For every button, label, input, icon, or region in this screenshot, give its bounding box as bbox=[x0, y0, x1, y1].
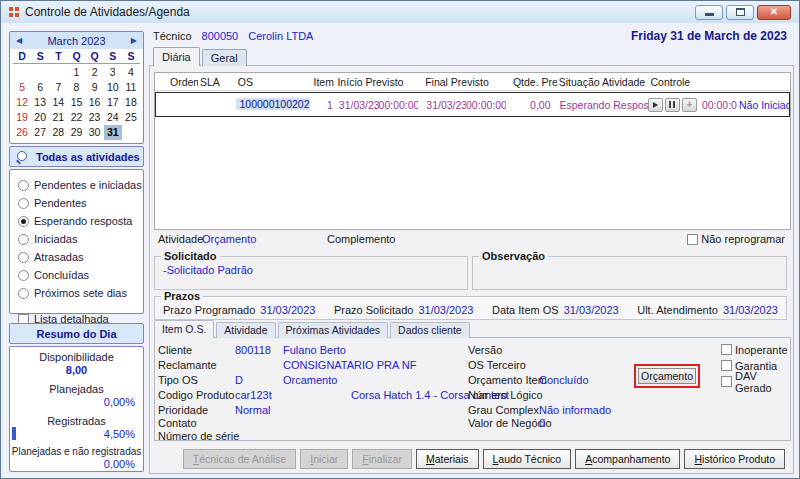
filter-proximos-sete-dias[interactable]: Próximos sete dias bbox=[18, 284, 143, 302]
calendar-next-icon[interactable]: ▶ bbox=[131, 37, 137, 45]
calendar-day[interactable]: 29 bbox=[67, 125, 85, 140]
calendar-day[interactable] bbox=[122, 125, 140, 140]
planejadas-label: Planejadas bbox=[10, 383, 143, 396]
calendar-day[interactable]: 9 bbox=[86, 80, 104, 95]
pause-icon bbox=[669, 101, 671, 108]
label-rest: niciar bbox=[313, 453, 338, 465]
calendar-day[interactable]: 28 bbox=[49, 125, 67, 140]
calendar-day[interactable]: 3 bbox=[104, 65, 122, 80]
close-button[interactable]: ✕ bbox=[757, 5, 791, 20]
tab-proximas-atividades[interactable]: Próximas Atividades bbox=[278, 322, 389, 338]
iniciar-button[interactable]: Iniciar bbox=[300, 449, 348, 469]
radio-icon bbox=[18, 198, 29, 209]
planejadas-nao-registradas-value: 0,00% bbox=[10, 458, 143, 471]
calendar-day[interactable] bbox=[13, 65, 31, 80]
tab-geral[interactable]: Geral bbox=[202, 49, 247, 66]
calendar-header: ◀ March 2023 ▶ bbox=[10, 32, 143, 49]
radio-icon bbox=[18, 270, 29, 281]
prazo-solicitado-value: 31/03/2023 bbox=[418, 304, 473, 316]
row-os-value[interactable]: 100000100202 bbox=[236, 98, 309, 110]
filter-atrasadas[interactable]: Atrasadas bbox=[18, 248, 143, 266]
registradas-label: Registradas bbox=[10, 415, 143, 428]
calendar-day[interactable]: 25 bbox=[122, 110, 140, 125]
solicitado-value: -Solicitado Padrão bbox=[163, 264, 253, 276]
filter-label: Atrasadas bbox=[34, 251, 84, 263]
tipo-os-code: D bbox=[235, 374, 243, 387]
calendar-day[interactable]: 20 bbox=[31, 110, 49, 125]
planejadas-value: 0,00% bbox=[10, 396, 143, 409]
finalizar-button[interactable]: Finalizar bbox=[352, 449, 412, 469]
add-time-button[interactable]: + bbox=[682, 98, 697, 112]
calendar-day[interactable]: 7 bbox=[49, 80, 67, 95]
tab-diaria[interactable]: Diária bbox=[153, 47, 200, 66]
calendar-day[interactable]: 24 bbox=[104, 110, 122, 125]
minimize-button[interactable] bbox=[695, 5, 723, 20]
filter-label: Pendentes bbox=[34, 197, 87, 209]
historico-produto-button[interactable]: Histórico Produto bbox=[684, 449, 785, 469]
activity-row[interactable]: 100000100202 1 31/03/23 00:00:00 31/03/2… bbox=[155, 92, 790, 117]
calendar-day[interactable]: 15 bbox=[67, 95, 85, 110]
calendar-day[interactable]: 2 bbox=[86, 65, 104, 80]
data-item-os-value: 31/03/2023 bbox=[564, 304, 619, 316]
calendar-day[interactable]: 8 bbox=[67, 80, 85, 95]
filter-pendentes-iniciadas[interactable]: Pendentes e iniciadas bbox=[18, 176, 143, 194]
disponibilidade-value: 8,00 bbox=[10, 364, 143, 377]
calendar-day-headers: D S T Q Q S S bbox=[13, 49, 140, 64]
laudo-tecnico-button[interactable]: Laudo Técnico bbox=[483, 449, 572, 469]
filter-iniciadas[interactable]: Iniciadas bbox=[18, 230, 143, 248]
inoperante-checkbox[interactable]: Inoperante bbox=[721, 343, 788, 356]
calendar-day[interactable]: 21 bbox=[49, 110, 67, 125]
planejadas-nao-registradas-label: Planejadas e não registradas bbox=[10, 445, 143, 458]
pause-button[interactable] bbox=[665, 98, 680, 112]
calendar-day[interactable]: 16 bbox=[86, 95, 104, 110]
inoperante-label: Inoperante bbox=[735, 344, 788, 356]
calendar-day[interactable]: 23 bbox=[86, 110, 104, 125]
filter-label: Iniciadas bbox=[34, 233, 77, 245]
prazo-solicitado: Prazo Solicitado31/03/2023 bbox=[334, 304, 474, 316]
calendar-day[interactable]: 5 bbox=[13, 80, 31, 95]
calendar-day-selected[interactable]: 31 bbox=[104, 125, 122, 140]
filter-esperando-resposta[interactable]: Esperando resposta bbox=[18, 212, 143, 230]
tab-atividade[interactable]: Atividade bbox=[216, 322, 275, 338]
calendar-day[interactable]: 1 bbox=[67, 65, 85, 80]
nao-reprogramar-checkbox[interactable]: Não reprogramar bbox=[687, 233, 785, 245]
footer-buttons: Técnicas de Análise Iniciar Finalizar Ma… bbox=[150, 449, 785, 469]
tab-dados-cliente[interactable]: Dados cliente bbox=[390, 322, 470, 338]
calendar-day[interactable] bbox=[31, 65, 49, 80]
calendar-day[interactable]: 14 bbox=[49, 95, 67, 110]
search-icon bbox=[16, 151, 28, 163]
col-situacao-atividade: Situação Atividade bbox=[557, 76, 649, 88]
os-terceiro-label: OS Terceiro bbox=[468, 359, 526, 372]
radio-icon bbox=[18, 234, 29, 245]
orcamento-button[interactable]: Orçamento bbox=[638, 368, 696, 384]
acompanhamento-button[interactable]: Acompanhamento bbox=[575, 449, 680, 469]
tecnicas-analise-button[interactable]: Técnicas de Análise bbox=[183, 449, 296, 469]
activity-table: Ordem SLA OS Item Início Previsto Final … bbox=[154, 72, 791, 230]
calendar-day[interactable]: 27 bbox=[31, 125, 49, 140]
materiais-button[interactable]: Materiais bbox=[416, 449, 479, 469]
filter-concluidas[interactable]: Concluídas bbox=[18, 266, 143, 284]
play-button[interactable] bbox=[648, 98, 663, 112]
tecnico-label: Técnico bbox=[153, 30, 192, 44]
calendar-day[interactable]: 11 bbox=[122, 80, 140, 95]
calendar-day[interactable]: 19 bbox=[13, 110, 31, 125]
calendar-day[interactable]: 13 bbox=[31, 95, 49, 110]
calendar-day[interactable]: 26 bbox=[13, 125, 31, 140]
calendar-day[interactable]: 22 bbox=[67, 110, 85, 125]
checkbox-icon bbox=[721, 360, 732, 371]
filter-label: Esperando resposta bbox=[34, 215, 132, 227]
calendar-day[interactable]: 18 bbox=[122, 95, 140, 110]
calendar-day[interactable] bbox=[49, 65, 67, 80]
calendar-day[interactable]: 12 bbox=[13, 95, 31, 110]
maximize-button[interactable] bbox=[726, 5, 754, 20]
dav-gerado-checkbox[interactable]: DAV Gerado bbox=[721, 375, 790, 388]
dow: S bbox=[104, 49, 122, 64]
calendar-day[interactable]: 6 bbox=[31, 80, 49, 95]
calendar-day[interactable]: 10 bbox=[104, 80, 122, 95]
calendar-day[interactable]: 4 bbox=[122, 65, 140, 80]
calendar-day[interactable]: 17 bbox=[104, 95, 122, 110]
filter-pendentes[interactable]: Pendentes bbox=[18, 194, 143, 212]
tab-item-os[interactable]: Item O.S. bbox=[154, 320, 214, 338]
calendar-day[interactable]: 30 bbox=[86, 125, 104, 140]
observacao-groupbox: Observação bbox=[472, 256, 787, 290]
